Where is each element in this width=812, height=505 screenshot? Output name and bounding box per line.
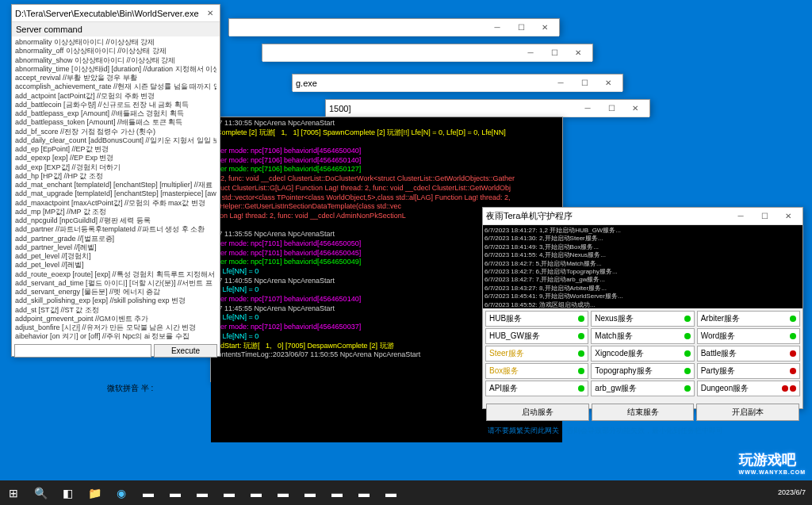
ime-status: 微软拼音 半 :	[107, 383, 153, 394]
app-icon[interactable]: ▬	[216, 480, 243, 505]
app-icon[interactable]: ▬	[270, 480, 297, 505]
guardian-log: 6/7/2023 18:41:27: 1,2 开始启动HUB_GW服务...6/…	[483, 225, 802, 308]
start-services-button[interactable]: 启动服务	[486, 404, 589, 421]
command-item[interactable]: accomplish_achievement_rate //현재 시즌 달성률 …	[15, 82, 216, 91]
min-button[interactable]: ─	[550, 76, 572, 90]
max-button[interactable]: ☐	[600, 101, 622, 116]
command-item[interactable]: addpoint_gmevent_point //GM이벤트 추가	[15, 315, 216, 323]
search-icon[interactable]: 🔍	[27, 480, 54, 505]
command-input[interactable]	[14, 344, 151, 358]
command-list[interactable]: abnormality 이상상태아이디 //이상상태 강제abnormality…	[12, 36, 220, 342]
command-item[interactable]: add_epexp [exp] //EP Exp 변경	[15, 154, 216, 163]
command-item[interactable]: add_partner //파트너등록후templateId //파트너 생성 …	[15, 225, 216, 234]
app-icon[interactable]: ▬	[162, 480, 189, 505]
close-button[interactable]: ✕	[624, 101, 646, 116]
service-status: API服务	[485, 381, 588, 396]
close-button[interactable]: ✕	[777, 209, 799, 224]
close-button[interactable]: ✕	[534, 21, 556, 35]
service-status: Match服务	[591, 328, 694, 344]
service-status: Arbiter服务	[697, 311, 800, 327]
command-item[interactable]: add_partner_grade //[벌프로증]	[15, 235, 216, 243]
start-button[interactable]: ⊞	[0, 480, 27, 505]
command-item[interactable]: abnormality_time [이상상태id] [duration] //d…	[15, 65, 216, 74]
command-item[interactable]: add_servant_energy [물든분] //펫 에너지 증감	[15, 288, 216, 296]
open-instance-button[interactable]: 开启副本	[696, 404, 799, 421]
service-status: Topography服务	[591, 363, 694, 379]
app-icon[interactable]: ▬	[243, 480, 270, 505]
command-item[interactable]: add_mat_enchant [templateId] [enchantSte…	[15, 181, 216, 189]
command-item[interactable]: add_exp [EXP값] //경험치 더하기	[15, 163, 216, 172]
command-item[interactable]: add_st [ST값] //ST 값 조정	[15, 306, 216, 315]
app-icon[interactable]: ▬	[350, 480, 377, 505]
app-icon[interactable]: ▬	[189, 480, 216, 505]
command-item[interactable]: add_mp [MP값] //MP 값 조정	[15, 208, 216, 216]
command-item[interactable]: add_hp [HP값] //HP 값 조정	[15, 172, 216, 181]
window-title: 夜雨Tera单机守护程序	[486, 210, 573, 222]
watermark: 玩游戏吧WWW.WANYXB.COM	[739, 450, 806, 475]
app-icon[interactable]: ▬	[297, 480, 324, 505]
command-item[interactable]: add_battlecoin [금화수량] //신규로드 전장 내 금화 획득	[15, 101, 216, 109]
warning-note: 请不要频繁关闭此网关，否则会导致部分功能失效，最小化到任务栏中即可	[483, 424, 802, 438]
service-status: Steer服务	[485, 346, 588, 362]
stop-services-button[interactable]: 结束服务	[592, 404, 695, 421]
service-status: Nexus服务	[591, 311, 694, 327]
max-button[interactable]: ☐	[510, 21, 532, 35]
command-item[interactable]: abnormality_off 이상상태아이디 //이상상태 강제	[15, 47, 216, 55]
command-item[interactable]: add_servant_ad_time [펄드 아이디] [더할 시간(분)] …	[15, 279, 216, 288]
command-item[interactable]: add_mat_upgrade [templateId] [enchantSte…	[15, 189, 216, 198]
service-status: Word服务	[697, 328, 800, 344]
task-view-button[interactable]: ◧	[54, 480, 81, 505]
close-button[interactable]: ✕	[567, 46, 589, 60]
command-item[interactable]: accept_revival //부활 받았을 경우 부활	[15, 74, 216, 82]
command-item[interactable]: add_skill_polishing_exp [exp] //skill po…	[15, 296, 216, 305]
explorer-icon[interactable]: 📁	[81, 480, 108, 505]
execute-button[interactable]: Execute	[154, 344, 217, 358]
edge-icon[interactable]: ◉	[108, 480, 135, 505]
service-status: Dungeon服务	[697, 381, 800, 396]
command-item[interactable]: add_partner_level //[레벨]	[15, 243, 216, 252]
command-item[interactable]: add_npcguild [npcGuildId] //평판 세력 등록	[15, 216, 216, 225]
taskbar-clock[interactable]: 2023/6/7	[772, 488, 812, 498]
command-item[interactable]: add_route_eoexp [route] [exp] //특성 경험치 획…	[15, 270, 216, 279]
window-title: g.exe	[296, 78, 317, 88]
command-item[interactable]: adjust_bonfire [시간] //유저가 만든 모닥불 남은 시간 변…	[15, 323, 216, 332]
command-item[interactable]: add_daily_clear_count [addBonusCount] //…	[15, 136, 216, 145]
command-item[interactable]: add_actpoint [actPoint값] //모험의 주화 변경	[15, 92, 216, 101]
command-item[interactable]: abnormality_show 이상상태아이디 //이상상태 강제	[15, 56, 216, 65]
service-status: Battle服务	[697, 346, 800, 362]
min-button[interactable]: ─	[519, 46, 542, 60]
panel-header: Server command	[12, 22, 220, 36]
command-item[interactable]: add_bf_score //전장 거점 점령수 가산 (횟수)	[15, 128, 216, 136]
min-button[interactable]: ─	[730, 209, 752, 224]
server-command-window: D:\Tera\Server\Executable\Bin\WorldServe…	[11, 4, 220, 357]
command-item[interactable]: add_ep [EpPoint] //EP값 변경	[15, 145, 216, 154]
window-title: D:\Tera\Server\Executable\Bin\WorldServe…	[15, 9, 199, 18]
command-item[interactable]: add_battlepass_exp [Amount] //배틀패스 경험치 획…	[15, 109, 216, 118]
min-button[interactable]: ─	[486, 21, 508, 35]
close-button[interactable]: ✕	[597, 76, 619, 90]
max-button[interactable]: ☐	[753, 209, 776, 224]
command-item[interactable]: add_maxactpoint [maxActPoint값] //모험의 주화 …	[15, 199, 216, 208]
service-status: Party服务	[697, 363, 800, 379]
services-grid: HUB服务HUB_GW服务Steer服务Box服务API服务Nexus服务Mat…	[483, 308, 802, 400]
command-item[interactable]: add_battlepass_token [Amount] //배틀패스 토큰 …	[15, 118, 216, 127]
command-item[interactable]: abnormality 이상상태아이디 //이상상태 강제	[15, 38, 216, 47]
max-button[interactable]: ☐	[543, 46, 565, 60]
guardian-window: 夜雨Tera单机守护程序─☐✕ 6/7/2023 18:41:27: 1,2 开…	[482, 207, 803, 409]
window-title: 1500]	[329, 104, 351, 113]
command-item[interactable]: add_pet_level //[레벨]	[15, 261, 216, 270]
taskbar: ⊞ 🔍 ◧ 📁 ◉ ▬ ▬ ▬ ▬ ▬ ▬ ▬ ▬ ▬ ▬ 2023/6/7	[0, 480, 812, 505]
app-icon[interactable]: ▬	[324, 480, 350, 505]
service-status: Box服务	[485, 363, 588, 379]
service-status: arb_gw服务	[591, 381, 694, 396]
command-item[interactable]: aibehavior [on 켜기] or [off] //주위 Npc의 ai…	[15, 332, 216, 341]
service-status: Xigncode服务	[591, 346, 694, 362]
service-status: HUB服务	[485, 311, 588, 327]
command-item[interactable]: add_pet_level //[경험치]	[15, 252, 216, 261]
service-status: HUB_GW服务	[485, 328, 588, 344]
max-button[interactable]: ☐	[573, 76, 596, 90]
app-icon[interactable]: ▬	[377, 480, 404, 505]
min-button[interactable]: ─	[576, 101, 599, 116]
close-button[interactable]: ✕	[199, 6, 221, 21]
app-icon[interactable]: ▬	[135, 480, 162, 505]
